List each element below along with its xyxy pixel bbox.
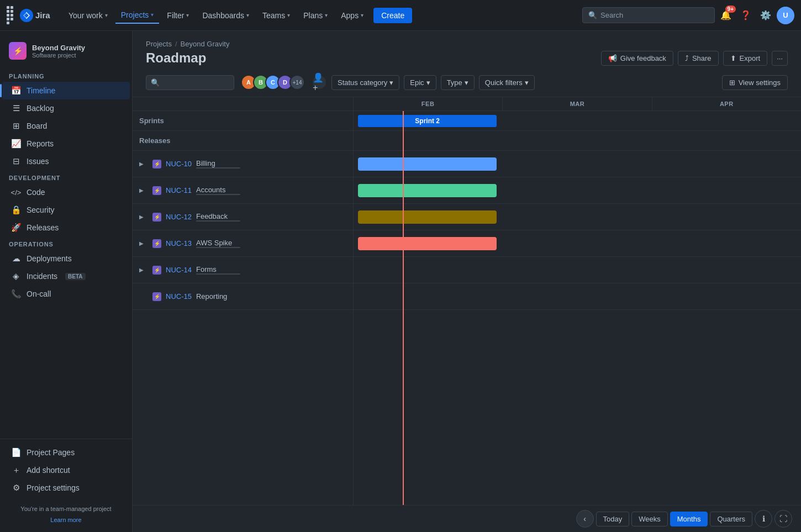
today-line: [403, 111, 404, 505]
weeks-button[interactable]: Weeks: [631, 512, 668, 526]
month-feb: FEB: [354, 97, 503, 110]
sidebar-item-label: Security: [27, 206, 55, 214]
bar-nuc-10[interactable]: [358, 157, 497, 171]
nav-search[interactable]: 🔍 Search: [582, 7, 715, 23]
pages-icon: 📄: [11, 447, 21, 457]
expand-icon[interactable]: ▶: [139, 267, 148, 273]
bar-nuc-12[interactable]: [358, 210, 497, 224]
project-name: Beyond Gravity: [32, 44, 85, 52]
toolbar-search[interactable]: 🔍: [146, 75, 234, 90]
nav-item-apps[interactable]: Apps ▾: [335, 8, 369, 23]
issue-id-nuc-13: NUC-13: [166, 239, 192, 247]
learn-more-link[interactable]: Learn more: [9, 517, 123, 523]
sidebar-project[interactable]: ⚡ Beyond Gravity Software project: [0, 38, 132, 69]
notification-badge: 9+: [725, 6, 736, 13]
row-nuc-11[interactable]: ▶ ⚡ NUC-11 Accounts: [133, 177, 353, 204]
info-button[interactable]: ℹ: [755, 510, 772, 528]
sidebar-item-on-call[interactable]: 📞 On-call: [2, 285, 130, 303]
sprint-2-bar[interactable]: Sprint 2: [358, 115, 497, 127]
grid-icon[interactable]: [7, 6, 15, 24]
epic-filter[interactable]: Epic ▾: [404, 75, 436, 90]
avatar-overflow-count[interactable]: +14: [289, 75, 305, 90]
bar-nuc-13[interactable]: [358, 237, 497, 250]
quarters-button[interactable]: Quarters: [710, 512, 752, 526]
nav-item-dashboards[interactable]: Dashboards ▾: [197, 8, 255, 23]
backlog-icon: ☰: [11, 103, 21, 113]
today-button[interactable]: Today: [596, 512, 630, 526]
board-icon: ⊞: [11, 121, 21, 131]
row-nuc-14[interactable]: ▶ ⚡ NUC-14 Forms: [133, 257, 353, 283]
give-feedback-button[interactable]: 📢 Give feedback: [601, 51, 673, 66]
sidebar-item-label: Issues: [27, 157, 49, 166]
row-nuc-10[interactable]: ▶ ⚡ NUC-10 Billing: [133, 151, 353, 177]
row-nuc-15[interactable]: ▶ ⚡ NUC-15 Reporting: [133, 283, 353, 310]
main-content: Projects / Beyond Gravity Roadmap 📢 Give…: [133, 31, 801, 532]
expand-icon[interactable]: ▶: [139, 240, 148, 246]
sidebar-item-project-settings[interactable]: ⚙ Project settings: [2, 479, 130, 497]
footer-text: You're in a team-managed project: [9, 501, 123, 517]
status-category-filter[interactable]: Status category ▾: [331, 75, 399, 90]
issue-title-nuc-14: Forms: [196, 265, 240, 273]
sidebar-item-label: On-call: [27, 289, 51, 298]
sidebar-item-project-pages[interactable]: 📄 Project Pages: [2, 444, 130, 461]
chevron-down-icon: ▾: [426, 78, 430, 87]
user-avatar[interactable]: U: [777, 7, 794, 24]
sidebar-item-releases[interactable]: 🚀 Releases: [2, 219, 130, 236]
sidebar-item-incidents[interactable]: ◈ Incidents BETA: [2, 267, 130, 285]
chevron-down-icon: ▾: [525, 78, 529, 87]
issue-title-nuc-13: AWS Spike: [196, 239, 240, 247]
nav-item-plans[interactable]: Plans ▾: [298, 8, 333, 23]
breadcrumb-beyond-gravity[interactable]: Beyond Gravity: [181, 40, 230, 48]
quick-filters-button[interactable]: Quick filters ▾: [479, 75, 535, 90]
view-settings-button[interactable]: ⊞ View settings: [722, 75, 788, 90]
code-icon: </>: [11, 187, 21, 197]
oncall-icon: 📞: [11, 289, 21, 299]
roadmap-label-col-header: [133, 97, 354, 110]
expand-icon[interactable]: ▶: [139, 214, 148, 220]
breadcrumb-projects[interactable]: Projects: [146, 40, 172, 48]
nav-item-filter[interactable]: Filter ▾: [161, 8, 194, 23]
nav-item-projects[interactable]: Projects ▾: [115, 7, 160, 24]
bar-nuc-11[interactable]: [358, 184, 497, 197]
fullscreen-button[interactable]: ⛶: [774, 510, 792, 528]
help-button[interactable]: ❓: [737, 7, 755, 24]
sidebar-item-board[interactable]: ⊞ Board: [2, 117, 130, 135]
sidebar-item-backlog[interactable]: ☰ Backlog: [2, 99, 130, 117]
share-button[interactable]: ⤴ Share: [678, 51, 719, 66]
type-filter[interactable]: Type ▾: [441, 75, 475, 90]
top-nav: Jira Your work ▾ Projects ▾ Filter ▾ Das…: [0, 0, 801, 31]
chart-sprints-row: Sprint 2: [354, 111, 801, 131]
svg-point-0: [20, 9, 33, 22]
more-actions-button[interactable]: ···: [772, 51, 788, 66]
jira-logo-icon: Jira: [19, 8, 56, 23]
issue-title-nuc-15: Reporting: [196, 292, 227, 301]
row-nuc-12[interactable]: ▶ ⚡ NUC-12 Feedback: [133, 204, 353, 230]
notifications-button[interactable]: 🔔 9+: [717, 7, 735, 24]
timeline-icon: 📅: [11, 86, 21, 96]
export-button[interactable]: ⬆ Export: [723, 51, 768, 66]
chart-row-nuc-11: [354, 177, 801, 204]
months-button[interactable]: Months: [670, 512, 708, 526]
page-title-row: Roadmap 📢 Give feedback ⤴ Share ⬆ Export…: [146, 50, 788, 66]
avatar-group: A B C D +14: [241, 75, 305, 90]
expand-icon[interactable]: ▶: [139, 187, 148, 193]
add-shortcut-icon: ＋: [11, 465, 21, 475]
sidebar-item-issues[interactable]: ⊟ Issues: [2, 152, 130, 170]
sidebar-item-reports[interactable]: 📈 Reports: [2, 135, 130, 152]
issue-icon-nuc-10: ⚡: [152, 160, 161, 168]
add-assignee-button[interactable]: 👤+: [312, 75, 327, 90]
sidebar-item-timeline[interactable]: 📅 Timeline: [2, 82, 130, 99]
sidebar-item-label: Add shortcut: [27, 466, 70, 475]
sidebar-item-code[interactable]: </> Code: [2, 183, 130, 201]
expand-icon[interactable]: ▶: [139, 161, 148, 167]
nav-item-teams[interactable]: Teams ▾: [257, 8, 296, 23]
settings-button[interactable]: ⚙️: [757, 7, 774, 24]
nav-item-your-work[interactable]: Your work ▾: [63, 8, 113, 23]
sidebar-item-security[interactable]: 🔒 Security: [2, 201, 130, 219]
nav-logo[interactable]: Jira: [7, 6, 56, 24]
sidebar-item-deployments[interactable]: ☁ Deployments: [2, 250, 130, 267]
create-button[interactable]: Create: [373, 8, 412, 23]
sidebar-item-add-shortcut[interactable]: ＋ Add shortcut: [2, 461, 130, 479]
row-nuc-13[interactable]: ▶ ⚡ NUC-13 AWS Spike: [133, 230, 353, 257]
timeline-back-button[interactable]: ‹: [576, 510, 594, 528]
